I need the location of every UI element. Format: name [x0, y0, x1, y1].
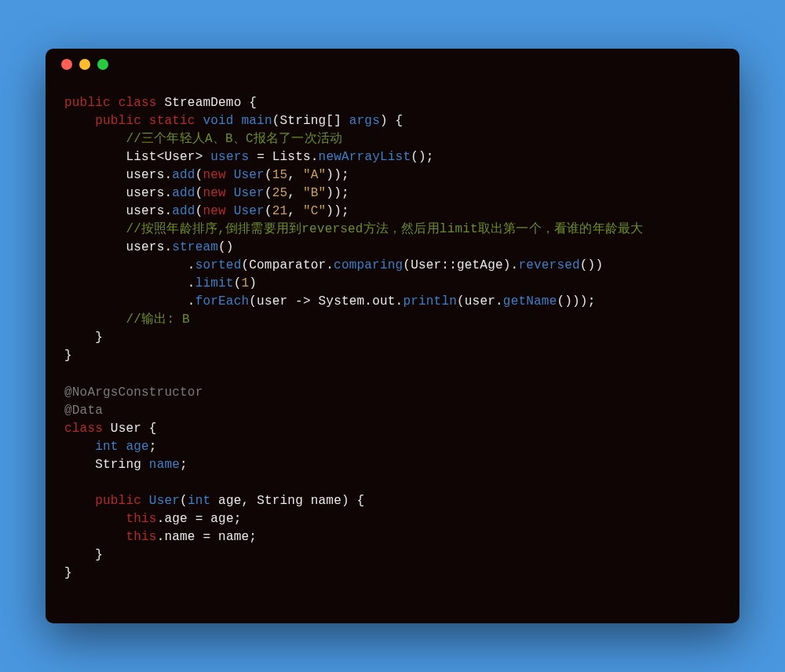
- method-limit: limit: [195, 276, 234, 290]
- method-add: add: [172, 168, 195, 182]
- window-titlebar: [46, 49, 739, 80]
- keyword-void: void: [203, 114, 233, 128]
- keyword-this: this: [126, 512, 156, 526]
- keyword-this: this: [126, 530, 156, 544]
- field-name: name: [149, 458, 180, 472]
- classname: User: [111, 422, 141, 436]
- method-foreach: forEach: [195, 294, 250, 309]
- param-age: age: [218, 494, 241, 508]
- number: 25: [272, 186, 288, 200]
- keyword-class: class: [119, 96, 157, 110]
- keyword-public: public: [95, 114, 141, 128]
- var-users: users: [210, 150, 249, 164]
- comment-line: //三个年轻人A、B、C报名了一次活动: [126, 132, 342, 146]
- type-int: int: [95, 440, 118, 454]
- field-out: out: [372, 294, 395, 309]
- method-newarraylist: newArrayList: [319, 150, 411, 164]
- method-comparing: comparing: [334, 258, 403, 272]
- method-reversed: reversed: [518, 258, 579, 272]
- string: "C": [303, 204, 326, 218]
- ctor-user: User: [234, 204, 265, 218]
- type-user: User: [164, 150, 195, 164]
- number: 1: [241, 276, 249, 290]
- string: "A": [303, 168, 326, 182]
- method-sorted: sorted: [195, 258, 242, 272]
- type-lists: Lists: [272, 150, 311, 164]
- type-user: User: [411, 258, 441, 272]
- method-getname: getName: [503, 294, 557, 309]
- keyword-public: public: [64, 96, 111, 110]
- keyword-new: new: [203, 168, 225, 182]
- maximize-icon[interactable]: [97, 59, 108, 70]
- keyword-new: new: [203, 186, 225, 200]
- method-main: main: [242, 114, 272, 128]
- type-system: System: [319, 294, 365, 309]
- type-string: String: [95, 458, 141, 472]
- comment-line: //输出: B: [126, 312, 189, 327]
- ctor-user: User: [234, 186, 265, 200]
- param-user: user: [257, 294, 287, 309]
- var-users: users: [126, 186, 164, 200]
- param-age: age: [210, 512, 233, 526]
- type-string: String: [257, 494, 303, 508]
- classname: StreamDemo: [164, 96, 241, 110]
- field-name: name: [164, 530, 195, 544]
- annotation: @NoArgsConstructor: [64, 385, 203, 400]
- keyword-static: static: [149, 114, 195, 128]
- type-comparator: Comparator: [249, 258, 326, 272]
- minimize-icon[interactable]: [79, 59, 90, 70]
- type-list: List: [126, 150, 156, 164]
- method-add: add: [172, 186, 195, 200]
- code-window: public class StreamDemo { public static …: [46, 49, 739, 623]
- annotation: @Data: [64, 404, 103, 418]
- var-users: users: [126, 240, 164, 254]
- number: 15: [272, 168, 288, 182]
- ctor-user: User: [234, 168, 265, 182]
- param-name: name: [218, 530, 249, 544]
- method-getage: getAge: [457, 258, 503, 272]
- method-println: println: [403, 294, 457, 309]
- close-icon[interactable]: [61, 59, 72, 70]
- keyword-new: new: [203, 204, 225, 218]
- keyword-public: public: [95, 494, 141, 508]
- var-users: users: [126, 204, 164, 218]
- code-content: public class StreamDemo { public static …: [46, 80, 739, 597]
- method-add: add: [172, 204, 195, 218]
- field-age: age: [164, 512, 187, 526]
- number: 21: [272, 204, 288, 218]
- type-int: int: [188, 494, 210, 508]
- string: "B": [303, 186, 326, 200]
- comment-line: //按照年龄排序,倒排需要用到reversed方法，然后用limit取出第一个，…: [126, 222, 643, 236]
- param-user: user: [465, 294, 495, 309]
- ctor-user: User: [149, 494, 180, 508]
- method-stream: stream: [172, 240, 218, 254]
- type-string: String: [280, 114, 327, 128]
- param-name: name: [311, 494, 341, 508]
- var-users: users: [126, 168, 164, 182]
- field-age: age: [126, 440, 148, 454]
- param-args: args: [349, 114, 380, 128]
- keyword-class: class: [64, 422, 103, 436]
